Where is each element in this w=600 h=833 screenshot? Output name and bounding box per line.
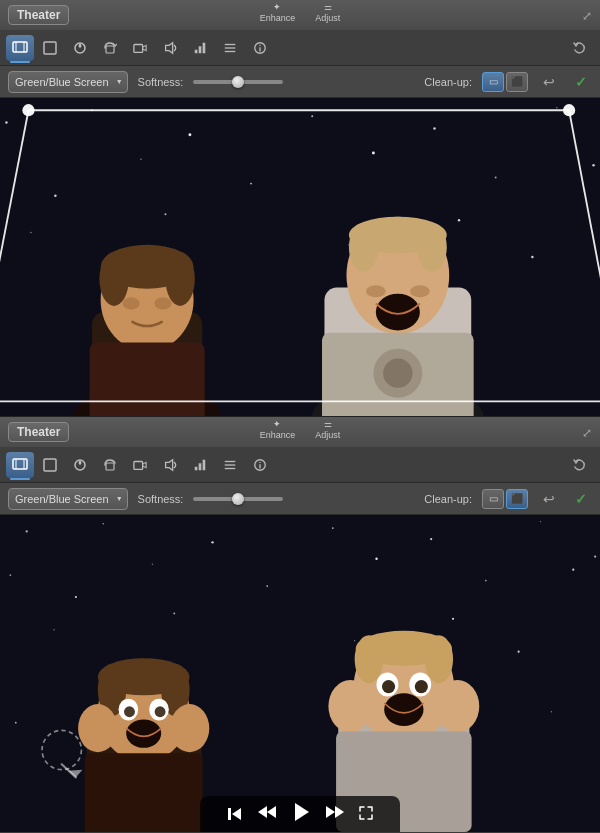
svg-point-28 (250, 183, 252, 185)
play-btn[interactable] (290, 801, 312, 828)
svg-rect-71 (44, 459, 56, 471)
enhance-group-bottom[interactable]: ✦ Enhance (260, 419, 296, 440)
theater-badge-top: Theater (8, 5, 69, 25)
svg-point-23 (556, 107, 557, 108)
svg-point-99 (572, 569, 574, 571)
action-undo-top[interactable]: ↩ (538, 72, 560, 92)
slider-thumb-bottom (232, 493, 244, 505)
svg-point-102 (452, 618, 454, 620)
svg-point-130 (382, 680, 395, 693)
svg-point-44 (165, 252, 194, 306)
softness-slider-top[interactable] (193, 80, 283, 84)
title-bar-top: Theater ✦ Enhance ⚌ Adjust ⤢ (0, 0, 600, 30)
clip-btn[interactable] (6, 35, 34, 61)
frame-in-btn[interactable] (226, 805, 244, 823)
svg-point-88 (211, 541, 213, 543)
svg-point-32 (30, 232, 31, 233)
cleanup-rect-btn-top[interactable]: ▭ (482, 72, 504, 92)
adjust-icon-top: ⚌ (324, 2, 332, 12)
slider-thumb-top (232, 76, 244, 88)
adjust-group-bottom[interactable]: ⚌ Adjust (315, 419, 340, 440)
svg-rect-122 (85, 753, 203, 832)
svg-point-64 (22, 104, 34, 116)
svg-point-98 (485, 580, 487, 582)
svg-point-87 (102, 523, 104, 525)
camera-btn[interactable] (126, 35, 154, 61)
expand-icon-bottom[interactable]: ⤢ (582, 426, 592, 440)
title-bar-center-bottom: ✦ Enhance ⚌ Adjust (260, 419, 341, 440)
svg-rect-139 (228, 808, 231, 820)
svg-point-95 (152, 564, 153, 565)
fast-forward-btn[interactable] (324, 803, 346, 825)
list-btn[interactable] (216, 35, 244, 61)
svg-point-84 (259, 461, 260, 462)
title-icons-top: ✦ Enhance ⚌ Adjust (260, 2, 341, 23)
softness-label-bottom: Softness: (138, 493, 184, 505)
rotate-btn[interactable] (96, 35, 124, 61)
svg-point-127 (425, 635, 453, 683)
dropdown-value-bottom: Green/Blue Screen (15, 493, 109, 505)
svg-point-120 (78, 704, 117, 752)
effect-dropdown-bottom[interactable]: Green/Blue Screen (8, 488, 128, 510)
svg-point-106 (518, 651, 520, 653)
rewind-btn[interactable] (256, 803, 278, 825)
svg-point-108 (15, 722, 17, 724)
softness-label-top: Softness: (138, 76, 184, 88)
clip-btn-b[interactable] (6, 452, 34, 478)
svg-point-31 (592, 164, 594, 166)
svg-point-56 (376, 294, 420, 331)
crop-btn-b[interactable] (36, 452, 64, 478)
svg-rect-6 (134, 44, 143, 52)
svg-rect-10 (203, 42, 206, 53)
rotate-btn-b[interactable] (96, 452, 124, 478)
info-btn-b[interactable] (246, 452, 274, 478)
cleanup-label-top: Clean-up: (424, 76, 472, 88)
options-bar-top: Green/Blue Screen Softness: Clean-up: ▭ … (0, 66, 600, 98)
audio-btn[interactable] (156, 35, 184, 61)
cleanup-rect-btn-bottom[interactable]: ▭ (482, 489, 504, 509)
svg-rect-77 (199, 463, 202, 470)
svg-rect-78 (203, 459, 206, 470)
color-btn-b[interactable] (66, 452, 94, 478)
action-check-bottom[interactable]: ✓ (570, 489, 592, 509)
svg-rect-73 (106, 463, 114, 470)
cleanup-paint-btn-top[interactable]: ⬛ (506, 72, 528, 92)
svg-point-30 (495, 177, 497, 179)
camera-btn-b[interactable] (126, 452, 154, 478)
enhance-label-top: Enhance (260, 13, 296, 23)
info-btn[interactable] (246, 35, 274, 61)
svg-rect-8 (195, 49, 198, 53)
effect-dropdown-top[interactable]: Green/Blue Screen (8, 71, 128, 93)
svg-point-90 (430, 538, 432, 540)
svg-point-96 (266, 585, 268, 587)
expand-icon-top[interactable]: ⤢ (582, 9, 592, 23)
title-bar-bottom: Theater ✦ Enhance ⚌ Adjust ⤢ (0, 417, 600, 447)
action-undo-bottom[interactable]: ↩ (538, 489, 560, 509)
adjust-group-top[interactable]: ⚌ Adjust (315, 2, 340, 23)
list-btn-b[interactable] (216, 452, 244, 478)
crop-btn[interactable] (36, 35, 64, 61)
chart-btn[interactable] (186, 35, 214, 61)
svg-point-43 (99, 252, 128, 306)
svg-rect-5 (106, 46, 114, 53)
color-btn[interactable] (66, 35, 94, 61)
svg-point-105 (354, 640, 355, 641)
svg-point-133 (328, 680, 372, 732)
action-check-top[interactable]: ✓ (570, 72, 592, 92)
video-area-top (0, 98, 600, 416)
svg-point-100 (53, 629, 54, 630)
svg-rect-3 (44, 42, 56, 54)
options-bar-bottom: Green/Blue Screen Softness: Clean-up: ▭ … (0, 483, 600, 515)
undo-btn-top[interactable] (566, 35, 594, 61)
enhance-group-top[interactable]: ✦ Enhance (260, 2, 296, 23)
cleanup-paint-btn-bottom[interactable]: ⬛ (506, 489, 528, 509)
svg-point-55 (410, 285, 430, 297)
svg-point-92 (594, 555, 596, 557)
audio-btn-b[interactable] (156, 452, 184, 478)
fullscreen-btn[interactable] (358, 805, 374, 824)
chart-btn-b[interactable] (186, 452, 214, 478)
svg-point-46 (154, 297, 171, 309)
video-area-bottom (0, 515, 600, 832)
softness-slider-bottom[interactable] (193, 497, 283, 501)
undo-btn-bottom[interactable] (566, 452, 594, 478)
